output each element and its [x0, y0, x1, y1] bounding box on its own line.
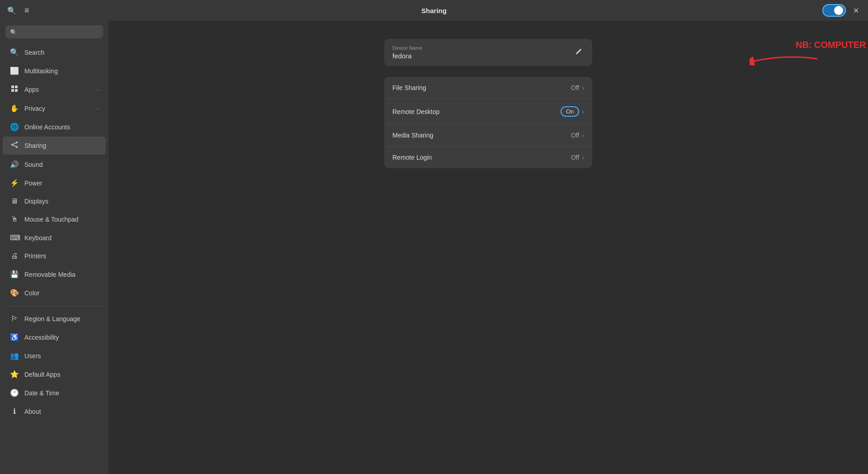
titlebar-menu-button[interactable]: ≡	[23, 4, 31, 17]
sidebar-item-region-language[interactable]: 🏳 Region & Language	[3, 310, 106, 327]
sidebar-item-users[interactable]: 👥 Users	[3, 347, 106, 365]
multitasking-icon: ⬜	[10, 66, 19, 75]
sidebar-item-date-time[interactable]: 🕐 Date & Time	[3, 384, 106, 402]
sidebar-item-power[interactable]: ⚡ Power	[3, 174, 106, 192]
sidebar-item-label: Privacy	[24, 105, 45, 112]
chevron-right-icon: ›	[97, 87, 99, 92]
default-apps-icon: ⭐	[10, 370, 19, 379]
sound-icon: 🔊	[10, 160, 19, 169]
chevron-right-icon: ›	[582, 108, 584, 115]
sidebar-item-label: Keyboard	[24, 234, 52, 242]
accessibility-icon: ♿	[10, 333, 19, 341]
file-sharing-status-text: Off	[571, 84, 579, 91]
titlebar-left: 🔍 ≡	[5, 4, 31, 17]
printers-icon: 🖨	[10, 252, 19, 260]
sidebar: 🔍 🔍 Search ⬜ Multitasking Apps ›	[0, 21, 108, 474]
master-toggle-knob	[834, 6, 843, 15]
sidebar-item-accessibility[interactable]: ♿ Accessibility	[3, 328, 106, 346]
sidebar-item-label: Sound	[24, 161, 42, 168]
sidebar-item-keyboard[interactable]: ⌨ Keyboard	[3, 229, 106, 246]
sidebar-item-label: Power	[24, 180, 42, 187]
sidebar-item-label: Users	[24, 352, 41, 360]
sidebar-item-label: Removable Media	[24, 271, 75, 278]
sidebar-item-online-accounts[interactable]: 🌐 Online Accounts	[3, 118, 106, 136]
titlebar-title: Sharing	[421, 7, 447, 14]
sidebar-item-displays[interactable]: 🖥 Displays	[3, 193, 106, 210]
sidebar-item-about[interactable]: ℹ About	[3, 403, 106, 420]
chevron-right-icon: ›	[97, 106, 99, 111]
annotation-arrow	[750, 50, 822, 72]
close-button[interactable]: ✕	[849, 5, 863, 17]
main-layout: 🔍 🔍 Search ⬜ Multitasking Apps ›	[0, 21, 868, 474]
users-icon: 👥	[10, 351, 19, 360]
file-sharing-status: Off ›	[571, 84, 584, 91]
svg-rect-3	[15, 89, 18, 92]
chevron-right-icon: ›	[582, 154, 584, 161]
chevron-right-icon: ›	[582, 132, 584, 139]
content-area: NB: COMPUTER NAME Device Name fedora	[108, 21, 868, 474]
color-icon: 🎨	[10, 289, 19, 297]
sidebar-item-removable-media[interactable]: 💾 Removable Media	[3, 265, 106, 283]
sharing-icon	[10, 141, 19, 150]
chevron-right-icon: ›	[582, 84, 584, 91]
remote-desktop-label: Remote Desktop	[392, 108, 439, 115]
svg-rect-1	[15, 85, 18, 88]
svg-line-7	[13, 143, 16, 144]
removable-media-icon: 💾	[10, 270, 19, 279]
sidebar-item-label: About	[24, 408, 41, 415]
privacy-icon: ✋	[10, 104, 19, 113]
sidebar-item-label: Apps	[24, 86, 39, 93]
sidebar-item-label: Mouse & Touchpad	[24, 216, 79, 223]
sidebar-item-label: Date & Time	[24, 389, 59, 397]
svg-line-8	[13, 145, 16, 147]
date-time-icon: 🕐	[10, 389, 19, 397]
annotation-label: NB: COMPUTER NAME	[796, 40, 868, 50]
sidebar-item-label: Color	[24, 289, 39, 297]
remote-desktop-row[interactable]: Remote Desktop On ›	[384, 99, 592, 124]
mouse-icon: 🖱	[10, 215, 19, 223]
sidebar-item-multitasking[interactable]: ⬜ Multitasking	[3, 62, 106, 80]
sidebar-item-privacy[interactable]: ✋ Privacy ›	[3, 100, 106, 117]
sidebar-item-default-apps[interactable]: ⭐ Default Apps	[3, 365, 106, 383]
sidebar-item-label: Region & Language	[24, 315, 80, 322]
sidebar-item-label: Search	[24, 49, 44, 56]
device-name-value: fedora	[392, 52, 422, 60]
sidebar-item-sound[interactable]: 🔊 Sound	[3, 156, 106, 173]
file-sharing-label: File Sharing	[392, 84, 426, 91]
sidebar-item-label: Online Accounts	[24, 123, 70, 131]
sidebar-item-sharing[interactable]: Sharing	[3, 137, 106, 155]
sidebar-item-label: Sharing	[24, 142, 46, 149]
svg-rect-2	[11, 89, 14, 92]
svg-rect-0	[11, 85, 14, 88]
online-accounts-icon: 🌐	[10, 123, 19, 131]
edit-device-name-button[interactable]	[573, 46, 584, 59]
remote-login-label: Remote Login	[392, 154, 432, 161]
titlebar: 🔍 ≡ Sharing ✕	[0, 0, 868, 21]
svg-point-4	[16, 142, 18, 143]
sidebar-divider	[5, 306, 103, 306]
titlebar-right: ✕	[822, 4, 863, 17]
sidebar-item-printers[interactable]: 🖨 Printers	[3, 247, 106, 265]
file-sharing-row[interactable]: File Sharing Off ›	[384, 77, 592, 99]
sidebar-item-mouse-touchpad[interactable]: 🖱 Mouse & Touchpad	[3, 211, 106, 228]
sidebar-item-apps[interactable]: Apps ›	[3, 81, 106, 99]
device-name-card: Device Name fedora	[384, 39, 592, 66]
sidebar-item-label: Accessibility	[24, 334, 59, 341]
titlebar-search-button[interactable]: 🔍	[5, 5, 18, 17]
about-icon: ℹ	[10, 407, 19, 416]
sidebar-item-color[interactable]: 🎨 Color	[3, 284, 106, 302]
remote-login-status-text: Off	[571, 154, 579, 161]
master-toggle[interactable]	[822, 4, 846, 17]
media-sharing-label: Media Sharing	[392, 132, 433, 139]
sidebar-search-input[interactable]	[5, 25, 103, 38]
sidebar-item-label: Default Apps	[24, 371, 60, 378]
edit-icon	[575, 48, 582, 55]
device-name-info: Device Name fedora	[392, 45, 422, 60]
sidebar-search-icon: 🔍	[10, 28, 17, 35]
media-sharing-row[interactable]: Media Sharing Off ›	[384, 124, 592, 147]
svg-point-5	[11, 144, 13, 146]
sidebar-item-label: Multitasking	[24, 67, 58, 75]
remote-login-row[interactable]: Remote Login Off ›	[384, 147, 592, 168]
sidebar-item-search[interactable]: 🔍 Search	[3, 43, 106, 61]
sharing-settings-card: File Sharing Off › Remote Desktop On › M…	[384, 77, 592, 168]
